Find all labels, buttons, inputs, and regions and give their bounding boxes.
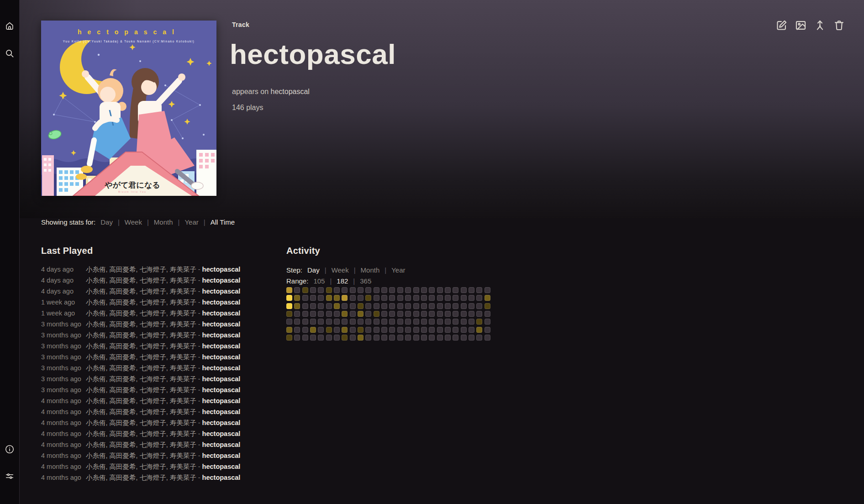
artist-link[interactable]: 小糸侑 xyxy=(86,310,106,317)
artist-link[interactable]: 高田憂希 xyxy=(110,310,136,317)
heatmap-cell[interactable] xyxy=(374,327,379,333)
heatmap-cell[interactable] xyxy=(461,303,467,309)
artist-link[interactable]: 高田憂希 xyxy=(110,353,136,361)
heatmap-cell[interactable] xyxy=(405,311,411,317)
heatmap-cell[interactable] xyxy=(381,303,387,309)
heatmap-cell[interactable] xyxy=(421,303,427,309)
track-link[interactable]: hectopascal xyxy=(202,310,241,317)
heatmap-cell[interactable] xyxy=(413,319,419,325)
heatmap-cell[interactable] xyxy=(381,287,387,293)
heatmap-cell[interactable] xyxy=(413,287,419,293)
option-week[interactable]: Week xyxy=(332,266,349,274)
artist-link[interactable]: 寿美菜子 xyxy=(170,419,196,426)
heatmap-cell[interactable] xyxy=(350,327,356,333)
heatmap-cell[interactable] xyxy=(365,303,371,309)
artist-link[interactable]: 七海燈子 xyxy=(140,277,166,284)
artist-link[interactable]: 寿美菜子 xyxy=(170,342,196,350)
track-link[interactable]: hectopascal xyxy=(202,277,241,284)
heatmap-cell[interactable] xyxy=(286,295,292,301)
heatmap-cell[interactable] xyxy=(318,319,324,325)
heatmap-cell[interactable] xyxy=(365,319,371,325)
artist-link[interactable]: 寿美菜子 xyxy=(170,353,196,361)
heatmap-cell[interactable] xyxy=(461,287,467,293)
heatmap-cell[interactable] xyxy=(381,327,387,333)
artist-link[interactable]: 高田憂希 xyxy=(110,364,136,372)
track-link[interactable]: hectopascal xyxy=(202,474,241,481)
heatmap-cell[interactable] xyxy=(350,335,356,341)
heatmap-cell[interactable] xyxy=(334,303,340,309)
artist-link[interactable]: 小糸侑 xyxy=(86,375,106,383)
artist-link[interactable]: 寿美菜子 xyxy=(170,310,196,317)
heatmap-cell[interactable] xyxy=(485,311,490,317)
heatmap-cell[interactable] xyxy=(469,311,474,317)
heatmap-cell[interactable] xyxy=(310,335,316,341)
track-link[interactable]: hectopascal xyxy=(202,386,241,394)
heatmap-cell[interactable] xyxy=(294,327,300,333)
artist-link[interactable]: 高田憂希 xyxy=(110,441,136,448)
track-link[interactable]: hectopascal xyxy=(202,375,241,383)
heatmap-cell[interactable] xyxy=(286,327,292,333)
track-link[interactable]: hectopascal xyxy=(202,452,241,459)
heatmap-cell[interactable] xyxy=(350,303,356,309)
option-month[interactable]: Month xyxy=(154,218,173,226)
artist-link[interactable]: 七海燈子 xyxy=(140,320,166,328)
heatmap-cell[interactable] xyxy=(310,287,316,293)
heatmap-cell[interactable] xyxy=(405,327,411,333)
heatmap-cell[interactable] xyxy=(334,327,340,333)
track-link[interactable]: hectopascal xyxy=(202,331,241,339)
heatmap-cell[interactable] xyxy=(318,311,324,317)
artist-link[interactable]: 高田憂希 xyxy=(110,386,136,394)
option-365[interactable]: 365 xyxy=(360,277,371,285)
heatmap-cell[interactable] xyxy=(413,295,419,301)
heatmap-cell[interactable] xyxy=(437,319,443,325)
heatmap-cell[interactable] xyxy=(429,311,435,317)
heatmap-cell[interactable] xyxy=(389,303,395,309)
heatmap-cell[interactable] xyxy=(405,295,411,301)
heatmap-cell[interactable] xyxy=(318,335,324,341)
track-link[interactable]: hectopascal xyxy=(202,430,241,437)
artist-link[interactable]: 小糸侑 xyxy=(86,288,106,295)
artist-link[interactable]: 高田憂希 xyxy=(110,299,136,306)
heatmap-cell[interactable] xyxy=(286,311,292,317)
heatmap-cell[interactable] xyxy=(421,287,427,293)
heatmap-cell[interactable] xyxy=(445,319,451,325)
heatmap-cell[interactable] xyxy=(374,335,379,341)
heatmap-cell[interactable] xyxy=(365,311,371,317)
artist-link[interactable]: 七海燈子 xyxy=(140,408,166,415)
heatmap-cell[interactable] xyxy=(302,287,308,293)
heatmap-cell[interactable] xyxy=(397,287,403,293)
artist-link[interactable]: 寿美菜子 xyxy=(170,364,196,372)
heatmap-cell[interactable] xyxy=(310,303,316,309)
heatmap-cell[interactable] xyxy=(389,319,395,325)
heatmap-cell[interactable] xyxy=(397,311,403,317)
album-link[interactable]: hectopascal xyxy=(271,88,310,95)
heatmap-cell[interactable] xyxy=(445,287,451,293)
heatmap-cell[interactable] xyxy=(334,319,340,325)
option-day[interactable]: Day xyxy=(100,218,113,226)
artist-link[interactable]: 寿美菜子 xyxy=(170,386,196,394)
heatmap-cell[interactable] xyxy=(429,303,435,309)
heatmap-cell[interactable] xyxy=(350,311,356,317)
artist-link[interactable]: 七海燈子 xyxy=(140,299,166,306)
artist-link[interactable]: 七海燈子 xyxy=(140,375,166,383)
artist-link[interactable]: 小糸侑 xyxy=(86,353,106,361)
artist-link[interactable]: 寿美菜子 xyxy=(170,375,196,383)
merge-icon[interactable] xyxy=(814,19,826,31)
heatmap-cell[interactable] xyxy=(485,303,490,309)
artist-link[interactable]: 小糸侑 xyxy=(86,463,106,470)
track-link[interactable]: hectopascal xyxy=(202,353,241,361)
track-link[interactable]: hectopascal xyxy=(202,364,241,372)
heatmap-cell[interactable] xyxy=(326,335,332,341)
heatmap-cell[interactable] xyxy=(437,295,443,301)
artist-link[interactable]: 七海燈子 xyxy=(140,419,166,426)
heatmap-cell[interactable] xyxy=(310,295,316,301)
artist-link[interactable]: 七海燈子 xyxy=(140,288,166,295)
heatmap-cell[interactable] xyxy=(302,335,308,341)
artist-link[interactable]: 寿美菜子 xyxy=(170,266,196,273)
heatmap-cell[interactable] xyxy=(326,303,332,309)
heatmap-cell[interactable] xyxy=(302,327,308,333)
heatmap-cell[interactable] xyxy=(476,319,482,325)
heatmap-cell[interactable] xyxy=(413,311,419,317)
artist-link[interactable]: 小糸侑 xyxy=(86,266,106,273)
heatmap-cell[interactable] xyxy=(389,335,395,341)
